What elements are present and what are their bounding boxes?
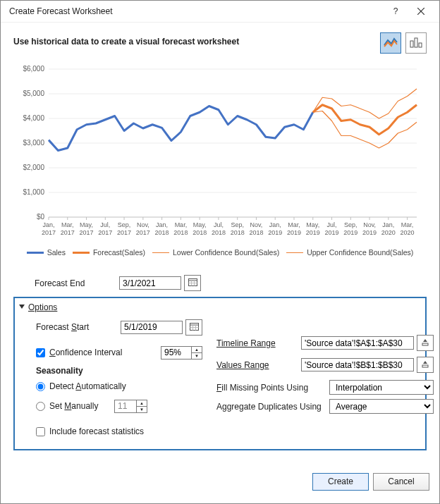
seasonality-label: Seasonality (19, 366, 202, 376)
svg-text:Sep,: Sep, (118, 221, 131, 228)
confidence-spin[interactable]: ▲▼ (192, 346, 202, 359)
svg-text:Jan,: Jan, (382, 221, 394, 228)
legend-upper: Upper Confidence Bound(Sales) (307, 248, 413, 257)
svg-text:$6,000: $6,000 (23, 65, 44, 73)
fill-missing-select[interactable]: Interpolation (329, 380, 434, 395)
options-panel: Options Forecast Start (13, 297, 427, 450)
close-button[interactable] (408, 4, 434, 18)
fill-missing-label: Fill Missing Points Using (216, 383, 329, 393)
options-toggle[interactable]: Options (19, 302, 418, 312)
svg-text:2018: 2018 (192, 229, 207, 236)
timeline-range-input[interactable] (301, 336, 414, 350)
svg-marker-84 (19, 305, 25, 309)
svg-rect-3 (415, 38, 417, 47)
legend-forecast: Forecast(Sales) (93, 248, 145, 257)
include-stats-checkbox[interactable] (36, 427, 45, 436)
svg-text:2019: 2019 (287, 229, 301, 236)
collapse-icon (19, 302, 25, 312)
svg-text:$5,000: $5,000 (23, 90, 44, 97)
seasonality-spin[interactable]: ▲▼ (137, 400, 147, 413)
svg-text:$0: $0 (37, 213, 45, 221)
confidence-interval-checkbox[interactable] (36, 348, 45, 357)
svg-text:Jul,: Jul, (327, 221, 337, 228)
svg-marker-91 (423, 339, 427, 342)
forecast-chart: $0$1,000$2,000$3,000$4,000$5,000$6,000Ja… (13, 62, 427, 266)
seasonality-manual-label: Set Manually (49, 401, 114, 411)
svg-rect-92 (422, 365, 428, 367)
svg-text:2017: 2017 (61, 229, 75, 236)
chart-type-line-button[interactable] (380, 32, 401, 54)
svg-rect-2 (410, 41, 413, 47)
legend-sales: Sales (47, 248, 66, 257)
svg-text:$2,000: $2,000 (23, 164, 44, 171)
svg-text:2020: 2020 (401, 229, 415, 236)
svg-text:$4,000: $4,000 (23, 114, 44, 122)
svg-text:Nov,: Nov, (363, 221, 376, 228)
svg-text:May,: May, (80, 221, 93, 228)
svg-text:2019: 2019 (362, 229, 377, 236)
values-range-label: Values Range (216, 360, 301, 370)
forecast-start-datepicker-button[interactable] (185, 319, 202, 336)
svg-text:2017: 2017 (117, 229, 131, 236)
svg-text:2018: 2018 (173, 229, 188, 236)
forecast-start-input[interactable] (121, 321, 183, 334)
instruction-text: Use historical data to create a visual f… (13, 32, 380, 47)
svg-marker-93 (423, 361, 427, 364)
forecast-end-input[interactable] (119, 276, 181, 290)
confidence-interval-input[interactable] (161, 346, 192, 359)
values-range-input[interactable] (301, 358, 414, 371)
forecast-start-label: Forecast Start (19, 322, 121, 332)
svg-rect-85 (190, 323, 198, 330)
seasonality-auto-label: Detect Automatically (49, 381, 126, 391)
svg-text:2019: 2019 (268, 229, 282, 236)
calendar-icon (188, 278, 197, 288)
svg-text:2018: 2018 (249, 229, 263, 236)
aggregate-select[interactable]: Average (329, 399, 434, 414)
help-button[interactable]: ? (383, 4, 408, 18)
cancel-button[interactable]: Cancel (373, 473, 429, 491)
timeline-range-label: Timeline Range (216, 338, 301, 348)
svg-text:Jan,: Jan, (156, 221, 168, 228)
svg-text:Jul,: Jul, (100, 221, 110, 228)
svg-text:2017: 2017 (42, 229, 56, 236)
svg-text:2017: 2017 (136, 229, 150, 236)
svg-text:Sep,: Sep, (231, 221, 244, 228)
svg-text:2018: 2018 (155, 229, 169, 236)
confidence-interval-label: Confidence Interval (49, 348, 161, 357)
forecast-end-datepicker-button[interactable] (184, 275, 201, 291)
create-button[interactable]: Create (312, 473, 369, 491)
svg-rect-79 (188, 279, 197, 286)
calendar-icon (190, 322, 199, 333)
seasonality-manual-input[interactable] (114, 400, 137, 413)
svg-text:2019: 2019 (343, 229, 358, 236)
seasonality-auto-radio[interactable] (36, 382, 45, 391)
svg-text:Mar,: Mar, (175, 221, 188, 228)
bar-chart-icon (409, 37, 423, 50)
svg-text:Nov,: Nov, (137, 221, 149, 228)
legend-lower: Lower Confidence Bound(Sales) (173, 248, 279, 257)
timeline-range-picker-button[interactable] (417, 335, 434, 351)
svg-text:2020: 2020 (381, 229, 396, 236)
svg-text:Mar,: Mar, (61, 221, 74, 228)
forecast-end-label: Forecast End (13, 278, 119, 288)
svg-text:$1,000: $1,000 (23, 188, 44, 196)
svg-rect-4 (419, 43, 422, 47)
chart-legend: Sales Forecast(Sales) Lower Confidence B… (13, 248, 427, 257)
svg-text:$3,000: $3,000 (23, 139, 44, 147)
svg-text:2017: 2017 (80, 229, 94, 236)
seasonality-manual-radio[interactable] (36, 402, 45, 411)
svg-text:Nov,: Nov, (250, 221, 263, 228)
chart-type-bar-button[interactable] (405, 32, 427, 54)
svg-text:2019: 2019 (306, 229, 320, 236)
svg-text:Sep,: Sep, (344, 221, 358, 228)
line-chart-icon (384, 37, 398, 50)
svg-rect-90 (422, 343, 428, 345)
create-forecast-dialog: Create Forecast Worksheet ? Use historic… (0, 0, 440, 504)
svg-text:Jan,: Jan, (42, 221, 54, 228)
options-header-label: Options (28, 302, 57, 312)
aggregate-label: Aggregate Duplicates Using (216, 402, 329, 412)
svg-text:2017: 2017 (98, 229, 112, 236)
svg-text:2018: 2018 (231, 229, 245, 236)
values-range-picker-button[interactable] (417, 357, 434, 373)
svg-text:May,: May, (193, 221, 207, 228)
